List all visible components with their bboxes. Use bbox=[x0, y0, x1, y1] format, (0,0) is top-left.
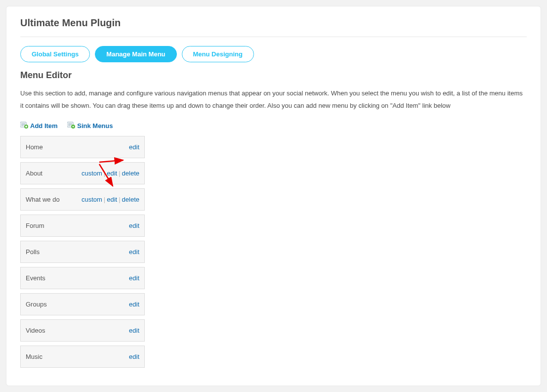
menu-item-label: What we do bbox=[26, 196, 60, 203]
sink-menus-icon bbox=[67, 122, 77, 130]
menu-item-delete-link[interactable]: delete bbox=[122, 196, 139, 203]
menu-item-label: Polls bbox=[26, 248, 40, 256]
separator: | bbox=[119, 196, 120, 203]
sink-menus-link[interactable]: Sink Menus bbox=[67, 122, 113, 130]
add-item-label: Add Item bbox=[30, 122, 58, 130]
menu-item-label: Music bbox=[26, 353, 42, 360]
tab-menu-designing[interactable]: Menu Designing bbox=[182, 46, 254, 62]
menu-item-edit-link[interactable]: edit bbox=[129, 301, 139, 308]
menu-item-custom-link[interactable]: custom bbox=[82, 170, 102, 177]
menu-item[interactable]: Eventsedit bbox=[20, 267, 145, 289]
tab-manage-main-menu[interactable]: Manage Main Menu bbox=[95, 46, 176, 62]
menu-item[interactable]: What we docustom|edit|delete bbox=[20, 188, 145, 211]
add-item-link[interactable]: Add Item bbox=[20, 122, 58, 130]
menu-item-label: Events bbox=[26, 274, 45, 282]
panel: Ultimate Menu Plugin Global SettingsMana… bbox=[6, 6, 541, 386]
menu-item-edit-link[interactable]: edit bbox=[129, 222, 139, 229]
sink-menus-label: Sink Menus bbox=[77, 122, 113, 130]
menu-item-edit-link[interactable]: edit bbox=[129, 143, 139, 151]
menu-item[interactable]: Pollsedit bbox=[20, 241, 145, 263]
section-title: Menu Editor bbox=[20, 70, 527, 81]
page-title: Ultimate Menu Plugin bbox=[20, 17, 527, 29]
menu-item-edit-link[interactable]: edit bbox=[129, 274, 139, 282]
menu-item-actions: edit bbox=[129, 301, 139, 308]
separator: | bbox=[119, 170, 120, 177]
separator: | bbox=[104, 170, 105, 177]
menu-item-label: Groups bbox=[26, 301, 47, 308]
menu-item-label: Videos bbox=[26, 327, 45, 334]
menu-item[interactable]: Groupsedit bbox=[20, 293, 145, 315]
menu-item-actions: edit bbox=[129, 222, 139, 229]
action-bar: Add Item Sink Menus bbox=[20, 122, 527, 130]
menu-item-actions: edit bbox=[129, 248, 139, 256]
tabs: Global SettingsManage Main MenuMenu Desi… bbox=[20, 46, 527, 62]
menu-item-actions: edit bbox=[129, 353, 139, 360]
menu-item-custom-link[interactable]: custom bbox=[82, 196, 102, 203]
menu-item-label: Forum bbox=[26, 222, 44, 229]
menu-item[interactable]: Forumedit bbox=[20, 215, 145, 237]
add-item-icon bbox=[20, 122, 30, 130]
menu-item-delete-link[interactable]: delete bbox=[122, 170, 139, 177]
menu-item-edit-link[interactable]: edit bbox=[107, 170, 117, 177]
menu-item-edit-link[interactable]: edit bbox=[129, 327, 139, 334]
menu-item-edit-link[interactable]: edit bbox=[129, 353, 139, 360]
tab-global-settings[interactable]: Global Settings bbox=[20, 46, 90, 62]
separator: | bbox=[104, 196, 105, 203]
menu-item-label: Home bbox=[26, 143, 43, 151]
menu-item-edit-link[interactable]: edit bbox=[129, 248, 139, 256]
menu-item-actions: edit bbox=[129, 274, 139, 282]
menu-item-actions: edit bbox=[129, 143, 139, 151]
menu-item[interactable]: Musicedit bbox=[20, 346, 145, 368]
menu-list: HomeeditAboutcustom|edit|deleteWhat we d… bbox=[20, 136, 145, 368]
menu-item[interactable]: Videosedit bbox=[20, 319, 145, 342]
menu-item[interactable]: Aboutcustom|edit|delete bbox=[20, 162, 145, 184]
menu-item-actions: edit bbox=[129, 327, 139, 334]
menu-item-actions: custom|edit|delete bbox=[82, 170, 139, 177]
menu-item-actions: custom|edit|delete bbox=[82, 196, 139, 203]
description-text: Use this section to add, manage and conf… bbox=[20, 87, 527, 112]
menu-item-label: About bbox=[26, 170, 42, 177]
menu-item[interactable]: Homeedit bbox=[20, 136, 145, 158]
divider bbox=[20, 37, 527, 37]
menu-item-edit-link[interactable]: edit bbox=[107, 196, 117, 203]
